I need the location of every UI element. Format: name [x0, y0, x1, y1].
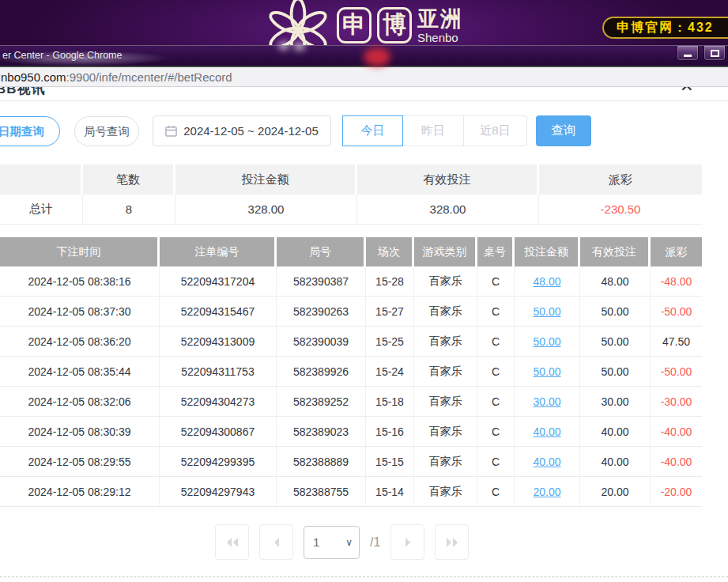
bet-amount-link[interactable]: 20.00 [515, 477, 580, 507]
search-button[interactable]: 查询 [536, 115, 591, 146]
logo-char-shen: 申 [337, 7, 372, 43]
table-cell: 15-25 [366, 327, 414, 357]
table-cell: 2024-12-05 08:37:30 [0, 297, 160, 327]
table-cell: 582389252 [277, 387, 366, 417]
next-page-button[interactable] [390, 524, 424, 560]
table-cell: 百家乐 [414, 417, 477, 447]
table-cell: -50.00 [651, 357, 702, 387]
table-cell: C [477, 266, 515, 297]
prev-page-button[interactable] [259, 524, 293, 560]
table-cell: 522094311753 [160, 357, 277, 387]
table-cell: -30.00 [651, 387, 702, 417]
table-cell: C [477, 357, 515, 387]
table-cell: C [477, 417, 515, 447]
bet-amount-link[interactable]: 50.00 [515, 327, 580, 357]
table-cell: 582390387 [277, 266, 366, 297]
header-session: 场次 [366, 237, 414, 266]
table-cell: C [477, 387, 515, 417]
url-path: :9900/infe/mcenter/#/betRecord [66, 70, 232, 84]
date-range-input[interactable]: 2024-12-05 ~ 2024-12-05 [153, 115, 331, 146]
summary-header-count: 笔数 [83, 164, 175, 195]
date-query-tab[interactable]: 日期查询 [0, 116, 60, 146]
summary-header-valid-bet: 有效投注 [357, 164, 539, 195]
header-table-no: 桌号 [477, 237, 515, 266]
summary-header-payout: 派彩 [539, 164, 702, 195]
table-row: 2024-12-05 08:37:30522094315467582390263… [0, 297, 702, 327]
bet-table-header-row: 下注时间 注单编号 局号 场次 游戏类别 桌号 投注金额 有效投注 派彩 [0, 237, 702, 266]
header-game-type: 游戏类别 [414, 237, 477, 266]
summary-payout-value: -230.50 [539, 195, 702, 225]
table-row: 2024-12-05 08:30:39522094300867582389023… [0, 417, 702, 447]
table-cell: C [477, 477, 515, 507]
header-round-no: 局号 [277, 237, 366, 266]
bet-amount-link[interactable]: 40.00 [515, 417, 580, 447]
first-page-button[interactable] [215, 524, 249, 560]
table-cell: 40.00 [580, 447, 651, 477]
header-bet-time: 下注时间 [0, 237, 160, 266]
maximize-button[interactable] [703, 46, 726, 61]
browser-urlbar[interactable]: nbo950.com:9900/infe/mcenter/#/betRecord [0, 66, 728, 87]
browser-titlebar: er Center - Google Chrome [0, 45, 728, 66]
summary-header-bet-amount: 投注金额 [175, 164, 357, 195]
table-cell: 2024-12-05 08:35:44 [0, 357, 160, 387]
summary-total-row: 总计 8 328.00 328.00 -230.50 [0, 195, 702, 225]
table-cell: 582389926 [277, 357, 366, 387]
table-cell: 522094317204 [160, 266, 277, 297]
table-cell: 2024-12-05 08:36:20 [0, 327, 160, 357]
table-cell: C [477, 327, 515, 357]
table-cell: 582388755 [277, 477, 366, 507]
window-title: er Center - Google Chrome [2, 50, 122, 61]
header-bet-amount: 投注金额 [515, 237, 580, 266]
table-cell: -40.00 [651, 447, 702, 477]
bet-amount-link[interactable]: 30.00 [515, 387, 580, 417]
bet-amount-link[interactable]: 50.00 [515, 297, 580, 327]
last-8-days-button[interactable]: 近8日 [464, 115, 527, 146]
last-page-button[interactable] [435, 524, 469, 560]
blur-dot [294, 43, 305, 51]
date-range-value: 2024-12-05 ~ 2024-12-05 [183, 124, 319, 138]
page-select-value: 1 [313, 535, 319, 549]
bottom-dashed-divider [0, 576, 728, 577]
header-valid-bet: 有效投注 [580, 237, 651, 266]
summary-table: 笔数 投注金额 有效投注 派彩 总计 8 328.00 328.00 -230.… [0, 164, 702, 225]
table-row: 2024-12-05 08:32:06522094304273582389252… [0, 387, 702, 417]
table-cell: 百家乐 [414, 477, 477, 507]
table-cell: 百家乐 [414, 447, 477, 477]
heading-divider [0, 100, 728, 101]
bet-amount-link[interactable]: 40.00 [515, 447, 580, 477]
table-row: 2024-12-05 08:29:12522094297943582388755… [0, 477, 702, 507]
header-order-no: 注单编号 [160, 237, 277, 266]
table-cell: 20.00 [580, 477, 651, 507]
round-query-tab[interactable]: 局号查询 [74, 116, 139, 146]
bet-amount-link[interactable]: 48.00 [515, 266, 580, 297]
table-cell: 百家乐 [414, 297, 477, 327]
prev-page-icon [273, 537, 281, 548]
summary-total-label: 总计 [0, 195, 83, 225]
chevron-down-icon: ∨ [345, 537, 353, 548]
table-row: 2024-12-05 08:38:16522094317204582390387… [0, 266, 702, 297]
table-cell: 522094300867 [160, 417, 277, 447]
table-cell: 522094304273 [160, 387, 277, 417]
table-cell: 2024-12-05 08:32:06 [0, 387, 160, 417]
pagination: 1 ∨ /1 [215, 524, 469, 560]
table-cell: 48.00 [580, 266, 651, 297]
table-cell: 15-27 [366, 297, 414, 327]
table-cell: 百家乐 [414, 357, 477, 387]
bet-amount-link[interactable]: 50.00 [515, 357, 580, 387]
table-cell: 522094297943 [160, 477, 277, 507]
next-page-icon [404, 537, 412, 548]
yesterday-button[interactable]: 昨日 [403, 115, 464, 146]
table-cell: 582389023 [277, 417, 366, 447]
bet-record-table: 下注时间 注单编号 局号 场次 游戏类别 桌号 投注金额 有效投注 派彩 202… [0, 237, 702, 507]
bet-record-panel: BB视讯 ✕ 日期查询 局号查询 2024-12-05 ~ 2024-12-05… [0, 87, 728, 582]
page-select[interactable]: 1 ∨ [304, 526, 360, 559]
logo-region-text: 亚洲 [417, 9, 463, 30]
brand-banner: 申 博 亚洲 Shenbo 申博官网：432 [0, 0, 728, 45]
table-cell: 50.00 [580, 297, 651, 327]
table-cell: 50.00 [580, 327, 651, 357]
today-button[interactable]: 今日 [342, 115, 403, 146]
minimize-button[interactable] [677, 46, 699, 61]
quick-date-group: 今日 昨日 近8日 [342, 115, 527, 146]
table-cell: -20.00 [651, 477, 702, 507]
official-site-badge: 申博官网：432 [602, 17, 728, 39]
